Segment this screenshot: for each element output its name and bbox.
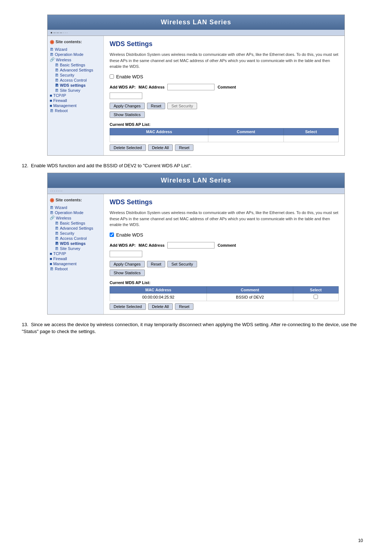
tcpip-icon: ■ [50, 93, 52, 98]
reboot-icon-2: 🖹 [50, 267, 54, 271]
sidebar-2-item-tcpip[interactable]: ■ TCP/IP [50, 251, 101, 256]
wds-table-1-col-comment: Comment [208, 128, 283, 135]
add-wds-label-2: Add WDS AP: [110, 243, 136, 247]
wds-row-checkbox-1[interactable] [314, 295, 318, 299]
enable-wds-checkbox-1[interactable] [110, 74, 114, 79]
sidebar-2-item-security[interactable]: 🖹 Security [55, 231, 101, 236]
enable-wds-label-2: Enable WDS [116, 232, 143, 238]
delete-selected-btn-2[interactable]: Delete Selected [110, 303, 146, 310]
reset2-btn-2[interactable]: Reset [175, 303, 193, 310]
wds-table-1-empty-row [110, 135, 339, 142]
wds-table-2-col-mac: MAC Address [110, 286, 207, 293]
sidebar-item-tcpip[interactable]: ■ TCP/IP [50, 93, 101, 98]
wds-table-2-mac: 00:00:00:04:25:92 [110, 293, 207, 301]
wireless-icon-2: 🔗 [50, 216, 55, 220]
delete-all-btn-2[interactable]: Delete All [148, 303, 173, 310]
sidebar-2-item-wireless[interactable]: 🔗 Wireless [50, 215, 101, 221]
delete-row-2: Delete Selected Delete All Reset [110, 303, 339, 310]
sidebar-2-item-wizard[interactable]: 🖹 Wizard [50, 205, 101, 210]
advanced-settings-icon: 🖹 [55, 68, 59, 72]
enable-wds-checkbox-2[interactable] [110, 233, 114, 237]
tcpip-icon-2: ■ [50, 251, 52, 256]
reset-btn-2[interactable]: Reset [147, 261, 166, 267]
step-13-text: 13. Since we access the device by wirele… [22, 321, 370, 335]
sidebar-item-security[interactable]: 🖹 Security [55, 73, 101, 78]
set-security-btn-1[interactable]: Set Security [167, 103, 197, 109]
basic-settings-icon-2: 🖹 [55, 221, 59, 225]
mac-input-row-2 [110, 251, 339, 257]
sidebar-item-access-control[interactable]: 🖹 Access Control [55, 78, 101, 83]
sidebar-item-operation-mode[interactable]: 🖹 Operation Mode [50, 52, 101, 57]
panel-1-sidebar: ◉ Site contents: 🖹 Wizard 🖹 Operation Mo… [48, 36, 104, 155]
buttons-row-1: Apply Changes Reset Set Security [110, 103, 339, 109]
wds-settings-icon: 🖹 [55, 83, 59, 87]
sidebar-2-item-management[interactable]: ■ Management [50, 261, 101, 266]
panel-2-sidebar: ◉ Site contents: 🖹 Wizard 🖹 Operation Mo… [48, 194, 104, 314]
sidebar-2-item-wds-settings[interactable]: 🖹 WDS settings [55, 241, 101, 246]
comment-input-2[interactable] [110, 251, 142, 257]
panel-1-main: WDS Settings Wireless Distribution Syste… [104, 36, 344, 155]
security-icon: 🖹 [55, 73, 59, 77]
panel-1-body: ◉ Site contents: 🖹 Wizard 🖹 Operation Mo… [48, 36, 344, 155]
show-stats-wrapper-1: Show Statistics [110, 111, 339, 122]
set-security-btn-2[interactable]: Set Security [167, 261, 197, 267]
mac-address-label-2: MAC Address [139, 243, 165, 247]
panel-2-body: ◉ Site contents: 🖹 Wizard 🖹 Operation Mo… [48, 194, 344, 314]
apply-changes-btn-2[interactable]: Apply Changes [110, 261, 145, 267]
wds-table-2-col-comment: Comment [207, 286, 293, 293]
delete-selected-btn-1[interactable]: Delete Selected [110, 144, 146, 151]
current-wds-label-1: Current WDS AP List: [110, 122, 339, 127]
security-icon-2: 🖹 [55, 231, 59, 235]
firewall-icon: ■ [50, 98, 52, 103]
site-survey-icon: 🖹 [55, 88, 59, 93]
sidebar-2-item-reboot[interactable]: 🖹 Reboot [50, 266, 101, 271]
show-statistics-btn-1[interactable]: Show Statistics [110, 111, 145, 118]
sidebar-item-wds-settings[interactable]: 🖹 WDS settings [55, 83, 101, 88]
page-number: 10 [358, 538, 363, 543]
sidebar-item-reboot[interactable]: 🖹 Reboot [50, 108, 101, 113]
firewall-icon-2: ■ [50, 257, 52, 261]
sidebar-2-item-access-control[interactable]: 🖹 Access Control [55, 236, 101, 241]
sidebar-2-item-operation-mode[interactable]: 🖹 Operation Mode [50, 210, 101, 215]
show-statistics-btn-2[interactable]: Show Statistics [110, 270, 145, 276]
reset2-btn-1[interactable]: Reset [175, 144, 193, 151]
sidebar-2-item-firewall[interactable]: ■ Firewall [50, 256, 101, 261]
reset-btn-1[interactable]: Reset [147, 103, 166, 109]
sidebar-item-advanced-settings[interactable]: 🖹 Advanced Settings [55, 67, 101, 73]
mac-address-input-1[interactable] [167, 84, 215, 90]
sidebar-item-firewall[interactable]: ■ Firewall [50, 98, 101, 103]
mac-address-input-2[interactable] [167, 242, 215, 249]
comment-input-1[interactable] [110, 93, 142, 99]
wds-table-2-select[interactable] [293, 293, 339, 301]
step-13-number: 13. [22, 322, 28, 327]
buttons-row-2: Apply Changes Reset Set Security [110, 261, 339, 267]
sidebar-item-site-survey[interactable]: 🖹 Site Survey [55, 88, 101, 93]
wizard-icon-2: 🖹 [50, 205, 54, 210]
sidebar-2-item-site-survey[interactable]: 🖹 Site Survey [55, 246, 101, 251]
comment-label-1: Comment [217, 85, 236, 89]
panel-2-toolbar: · · · · · · · [48, 188, 344, 194]
sidebar-item-management[interactable]: ■ Management [50, 103, 101, 108]
delete-row-1: Delete Selected Delete All Reset [110, 144, 339, 151]
wds-title-2: WDS Settings [110, 198, 339, 206]
basic-settings-icon: 🖹 [55, 63, 59, 67]
site-icon: ◉ [50, 39, 54, 45]
step-12-number: 12. [22, 163, 28, 168]
wds-table-2-row-1: 00:00:00:04:25:92 BSSID of DEV2 [110, 293, 339, 301]
apply-changes-btn-1[interactable]: Apply Changes [110, 103, 145, 109]
enable-wds-row-2: Enable WDS [110, 232, 339, 238]
current-wds-label-2: Current WDS AP List: [110, 280, 339, 285]
sidebar-2-item-advanced-settings[interactable]: 🖹 Advanced Settings [55, 226, 101, 231]
wds-table-1-col-mac: MAC Address [110, 128, 208, 135]
wds-table-2: MAC Address Comment Select 00:00:00:04:2… [110, 286, 339, 301]
panel-1: Wireless LAN Series ● ─ ─ ─ · · · ◉ Site… [47, 15, 345, 156]
sidebar-item-basic-settings[interactable]: 🖹 Basic Settings [55, 62, 101, 67]
delete-all-btn-1[interactable]: Delete All [148, 144, 173, 151]
access-control-icon: 🖹 [55, 78, 59, 82]
sidebar-2-item-basic-settings[interactable]: 🖹 Basic Settings [55, 221, 101, 226]
sidebar-item-wireless[interactable]: 🔗 Wireless [50, 57, 101, 62]
mac-address-label-1: MAC Address [139, 85, 165, 89]
management-icon-2: ■ [50, 262, 52, 266]
sidebar-item-wizard[interactable]: 🖹 Wizard [50, 47, 101, 52]
management-icon: ■ [50, 103, 52, 108]
